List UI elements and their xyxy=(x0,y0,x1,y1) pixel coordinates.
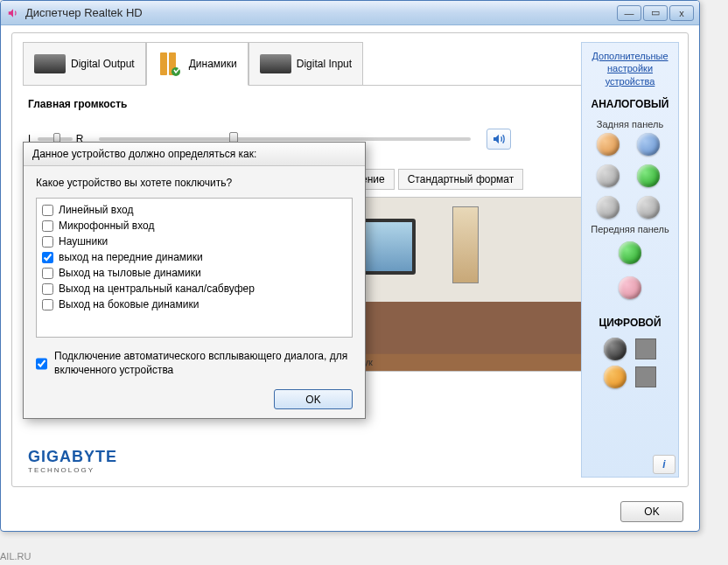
auto-popup-checkbox[interactable] xyxy=(36,351,47,377)
device-option-checkbox[interactable] xyxy=(42,268,53,279)
info-button[interactable]: i xyxy=(653,455,676,474)
mute-button[interactable] xyxy=(486,129,511,150)
device-option[interactable]: выход на передние динамики xyxy=(42,249,346,265)
tab-label: Digital Output xyxy=(71,58,135,70)
device-option-checkbox[interactable] xyxy=(42,283,53,295)
brand-tag: TECHNOLOGY xyxy=(28,466,117,474)
device-option-label: Линейный вход xyxy=(59,202,134,218)
device-option-label: Выход на тыловые динамики xyxy=(59,265,201,281)
window-title: Диспетчер Realtek HD xyxy=(25,6,617,19)
svg-rect-0 xyxy=(160,52,167,75)
jack-line-in[interactable] xyxy=(637,133,660,156)
device-option-checkbox[interactable] xyxy=(42,299,53,310)
jack-front-out[interactable] xyxy=(637,164,660,187)
right-panel: Дополнительные настройки устройства АНАЛ… xyxy=(581,42,679,478)
tab-speakers[interactable]: Динамики xyxy=(146,42,248,86)
volume-slider[interactable] xyxy=(99,137,471,141)
jack-extra[interactable] xyxy=(637,196,660,219)
rear-jacks xyxy=(597,133,663,219)
auto-popup-checkbox-row[interactable]: Подключение автоматического всплывающего… xyxy=(36,350,353,377)
device-option[interactable]: Микрофонный вход xyxy=(42,218,346,234)
dialog-prompt: Какое устройство вы хотете поключить? xyxy=(36,177,353,189)
window-controls: — ▭ x xyxy=(617,5,694,21)
tab-digital-output[interactable]: Digital Output xyxy=(23,42,146,85)
minimize-button[interactable]: — xyxy=(617,5,641,21)
brand-name: GIGABYTE xyxy=(28,448,117,466)
dialog-title[interactable]: Данное устройство должно определяться ка… xyxy=(24,143,365,166)
device-option-label: Выход на боковые динамики xyxy=(59,296,199,312)
device-option[interactable]: Выход на тыловые динамики xyxy=(42,265,346,281)
footer-text: AIL.RU xyxy=(0,551,31,562)
tab-label: Динамики xyxy=(189,58,237,70)
auto-popup-label: Подключение автоматического всплывающего… xyxy=(54,350,353,377)
speaker3d-icon xyxy=(452,206,479,283)
speaker-icon xyxy=(6,6,20,20)
device-option-label: Микрофонный вход xyxy=(59,218,154,234)
device-options-list: Линейный входМикрофонный входНаушникивых… xyxy=(36,198,353,338)
jack-side[interactable] xyxy=(597,164,620,187)
connector-icon[interactable] xyxy=(635,366,656,387)
tab-digital-input[interactable]: Digital Input xyxy=(248,42,363,85)
rear-panel-label: Задняя панель xyxy=(597,119,663,129)
volume-legend: Главная громкость xyxy=(28,98,672,110)
main-ok-button[interactable]: OK xyxy=(620,501,683,522)
tab-label: Digital Input xyxy=(297,58,352,70)
jack-front-headphone[interactable] xyxy=(619,241,641,264)
speakers-icon xyxy=(158,50,184,78)
front-panel-label: Передняя панель xyxy=(591,224,669,234)
jack-optical-black[interactable] xyxy=(604,338,626,360)
device-option-checkbox[interactable] xyxy=(42,236,53,248)
digital-label: ЦИФРОВОЙ xyxy=(598,317,661,329)
device-icon xyxy=(260,54,291,73)
advanced-settings-link[interactable]: Дополнительные настройки устройства xyxy=(589,50,671,87)
analog-label: АНАЛОГОВЫЙ xyxy=(592,98,669,110)
digital-row-1 xyxy=(604,338,656,360)
jack-coax-orange[interactable] xyxy=(604,366,626,388)
digital-row-2 xyxy=(604,366,656,388)
jack-rear[interactable] xyxy=(597,196,620,219)
titlebar[interactable]: Диспетчер Realtek HD — ▭ x xyxy=(1,1,699,25)
device-option-checkbox[interactable] xyxy=(42,205,53,216)
device-option[interactable]: Выход на центральный канал/сабвуфер xyxy=(42,281,346,296)
balance-slider[interactable] xyxy=(38,137,73,141)
jack-front-mic[interactable] xyxy=(619,276,641,299)
close-button[interactable]: x xyxy=(669,5,694,21)
maximize-button[interactable]: ▭ xyxy=(643,5,668,21)
device-option[interactable]: Линейный вход xyxy=(42,202,346,218)
device-icon xyxy=(34,54,66,73)
jack-center-sub[interactable] xyxy=(597,133,620,156)
device-option[interactable]: Наушники xyxy=(42,234,346,249)
device-option-checkbox[interactable] xyxy=(42,220,53,232)
dialog-ok-button[interactable]: OK xyxy=(274,389,353,409)
device-detect-dialog: Данное устройство должно определяться ка… xyxy=(23,142,366,419)
front-jacks xyxy=(619,241,641,299)
device-option-label: Выход на центральный канал/сабвуфер xyxy=(59,281,255,296)
sub-tab-standard-format[interactable]: Стандартный формат xyxy=(398,169,524,190)
device-option-label: Наушники xyxy=(59,234,108,249)
device-option-label: выход на передние динамики xyxy=(59,249,203,265)
connector-icon[interactable] xyxy=(635,338,656,359)
device-option-checkbox[interactable] xyxy=(42,252,53,263)
device-option[interactable]: Выход на боковые динамики xyxy=(42,296,346,312)
brand-logo: GIGABYTE TECHNOLOGY xyxy=(28,448,117,474)
